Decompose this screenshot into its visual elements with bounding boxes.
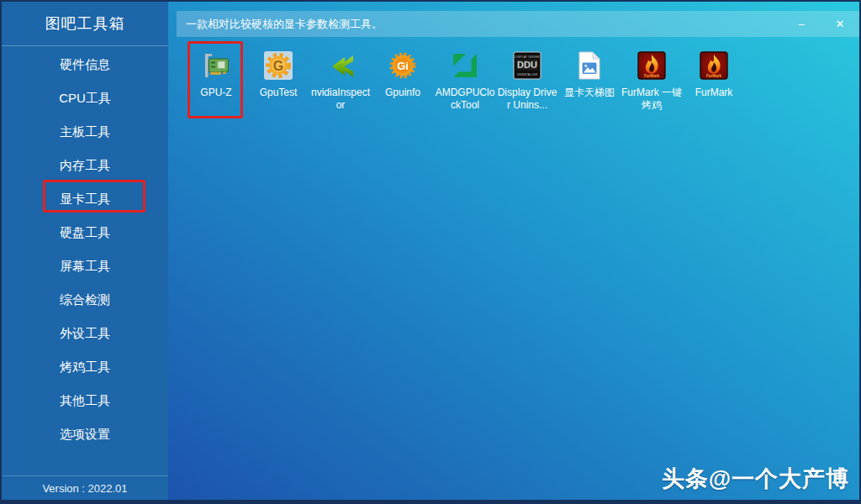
tool-label: Display Driver Unins... [496,87,558,112]
sidebar-menu: 硬件信息 CPU工具 主板工具 内存工具 显卡工具 硬盘工具 屏幕工具 综合检测… [2,46,168,451]
tool-gpuinfo[interactable]: Gi Gpuinfo [372,50,434,112]
gear-g-icon: G [262,50,294,81]
svg-text:FurMark: FurMark [644,74,660,78]
furmark-flame-icon: FurMark [698,50,730,81]
sidebar-item-screen-tools[interactable]: 屏幕工具 [2,249,168,283]
sidebar-item-hardware-info[interactable]: 硬件信息 [2,48,168,81]
tool-display-driver-uninstaller[interactable]: DISPLAY DRIVER DDU UNINSTALLER Display D… [496,50,558,112]
sidebar-item-other-tools[interactable]: 其他工具 [2,384,168,417]
description-bar: 一款相对比较硬核的显卡参数检测工具。 – ✕ [177,11,859,37]
version-label: Version : 2022.01 [2,475,168,500]
tool-grid: GPU-Z G GpuTest [185,50,745,112]
sidebar: 图吧工具箱 硬件信息 CPU工具 主板工具 内存工具 显卡工具 硬盘工具 屏幕工… [2,2,168,500]
gi-badge-icon: Gi [387,50,419,81]
close-icon: ✕ [836,18,845,30]
tool-label: GpuTest [260,87,298,99]
sidebar-item-gpu-tools[interactable]: 显卡工具 [2,182,168,216]
ddu-icon: DISPLAY DRIVER DDU UNINSTALLER [511,50,543,81]
tool-label: Gpuinfo [385,87,420,99]
sidebar-item-comprehensive-test[interactable]: 综合检测 [2,283,168,317]
watermark-text: 头条@一个大产博 [662,464,849,494]
tool-label: AMDGPUClockTool [434,87,496,112]
svg-text:Gi: Gi [397,60,409,72]
sidebar-item-cpu-tools[interactable]: CPU工具 [2,81,168,115]
svg-text:UNINSTALLER: UNINSTALLER [517,73,538,76]
sidebar-item-memory-tools[interactable]: 内存工具 [2,149,168,182]
furmark-flame-icon: FurMark [636,50,668,81]
tuba-toolbox-window: 图吧工具箱 硬件信息 CPU工具 主板工具 内存工具 显卡工具 硬盘工具 屏幕工… [2,2,859,500]
svg-text:DDU: DDU [517,60,537,70]
sidebar-item-disk-tools[interactable]: 硬盘工具 [2,216,168,249]
tool-furmark-one-click[interactable]: FurMark FurMark 一键烤鸡 [621,50,683,112]
svg-text:FurMark: FurMark [706,74,722,78]
tool-label: 显卡天梯图 [564,87,615,99]
svg-text:DISPLAY DRIVER: DISPLAY DRIVER [515,55,540,59]
tool-label: nvidiaInspector [309,87,372,112]
tool-label: GPU-Z [200,87,231,99]
tool-label: FurMark 一键烤鸡 [621,87,683,112]
amd-arrow-icon [449,50,481,81]
svg-text:G: G [273,59,283,73]
sidebar-item-peripheral-tools[interactable]: 外设工具 [2,317,168,350]
minimize-button[interactable]: – [782,11,821,37]
tool-label: FurMark [695,87,733,99]
tool-gpu-z[interactable]: GPU-Z [185,50,247,112]
close-button[interactable]: ✕ [821,11,859,37]
app-title: 图吧工具箱 [2,2,168,46]
minimize-icon: – [798,18,804,30]
tool-amd-gpu-clock-tool[interactable]: AMDGPUClockTool [434,50,496,112]
sidebar-item-options[interactable]: 选项设置 [2,417,168,451]
sidebar-item-motherboard-tools[interactable]: 主板工具 [2,115,168,149]
tool-gpu-ladder-chart[interactable]: 显卡天梯图 [558,50,621,112]
tool-nvidia-inspector[interactable]: nvidiaInspector [309,50,372,112]
category-description: 一款相对比较硬核的显卡参数检测工具。 [177,17,782,32]
tool-gputest[interactable]: G GpuTest [247,50,309,112]
main-panel: 一款相对比较硬核的显卡参数检测工具。 – ✕ [168,2,859,500]
nvidia-chevron-icon [325,50,357,81]
tool-furmark[interactable]: FurMark FurMark [683,50,745,112]
image-file-icon [573,50,605,81]
sidebar-item-stress-test-tools[interactable]: 烤鸡工具 [2,350,168,384]
gpu-card-icon [200,50,232,81]
